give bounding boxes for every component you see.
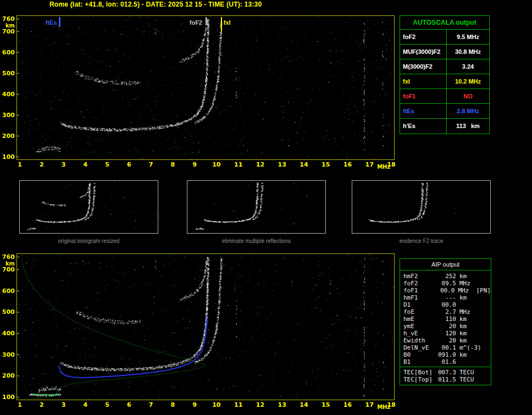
aip-unit [459,301,477,308]
aip-unit: km [459,337,477,344]
aip-unit: TECU [459,369,477,376]
aip-unit: TECU [459,376,477,383]
aip-row-hmF1: hmF1---km [403,294,491,301]
autoscala-param-value: NO [447,89,489,103]
aip-rows: hmF2252kmfoF209.5MHzfoF100.0MHz[PN]hmF1-… [400,270,491,367]
aip-name: ymE [403,323,436,330]
autoscala-row-h'Es: h'Es113 km [400,119,489,134]
fof2-marker-line [206,17,207,25]
x-axis-tick-8: 8 [167,401,178,408]
aip-title: AIP output [400,259,491,270]
aip-extra [477,280,478,287]
aip-name: foF2 [403,280,436,287]
thumbnail-original-canvas [20,181,158,233]
x-axis-tick-3: 3 [58,161,69,168]
x-axis-tick-14: 14 [298,161,309,168]
x-axis-tick-3: 3 [58,401,69,408]
autoscala-row-fxI: fxI10.2 MHz [400,74,489,89]
aip-name: h_vE [403,330,436,337]
x-axis-tick-17: 17 [364,401,375,408]
aip-name: foE [403,308,436,316]
autoscala-row-foF2: foF29.5 MHz [400,30,489,45]
y-axis-tick-100: 100 [0,153,15,161]
aip-unit: MHz [459,308,477,316]
x-axis-tick-14: 14 [298,401,309,408]
aip-value: 091.0 [436,351,459,358]
fof2-marker-label: foF2 [185,19,202,26]
x-axis-tick-5: 5 [102,161,113,168]
autoscala-title: AUTOSCALA output [400,16,489,30]
aip-row-TEC[Bot]: TEC[Bot]007.3TECU [403,369,491,376]
aip-extra [477,294,478,301]
aip-name: B0 [403,351,436,358]
y-axis-tick-700: 700 [0,28,15,35]
x-axis-tick-10: 10 [211,401,222,408]
aip-name: B1 [403,358,436,366]
fxi-marker-label: fxI [224,19,231,26]
aip-value: 09.5 [436,280,459,287]
aip-name: hmF1 [403,294,436,301]
aip-name: foF1 [403,287,435,294]
y-axis-tick-600: 600 [0,49,15,56]
y-axis-tick-600: 600 [0,287,15,295]
aip-row-DelN_vE: DelN_vE00.1m^(-3) [403,344,491,351]
aip-value: 011.5 [436,376,459,383]
aip-extra [477,351,478,358]
thumbnail-caption-original: original ionogram resized [19,238,158,244]
autoscala-param-name: fxI [400,74,447,88]
aip-unit: m^(-3) [459,344,477,351]
aip-unit: km [459,316,477,323]
thumbnail-no-multiple-reflections [187,180,326,234]
aip-row-B1: B101.6 [403,358,491,366]
aip-value: 01.6 [436,358,459,366]
aip-value: 20 [436,337,459,344]
y-axis-tick-300: 300 [0,112,15,119]
y-axis-tick-760: 760 [0,15,15,23]
aip-row-hmE: hmE110km [403,316,491,323]
x-axis-tick-11: 11 [233,401,244,408]
x-axis-tick-6: 6 [124,161,135,168]
aip-unit: MHz [459,280,477,287]
ftes-marker-line [59,17,60,27]
autoscala-row-MUF(3000)F2: MUF(3000)F230.8 MHz [400,45,489,59]
thumbnail-original-ionogram [19,180,158,234]
aip-value: 2.7 [436,308,459,316]
x-axis-tick-7: 7 [146,401,157,408]
aip-extra [477,273,478,280]
aip-value: --- [436,294,459,301]
autoscala-param-value: 30.8 MHz [447,45,489,59]
y-axis-tick-400: 400 [0,91,15,98]
aip-row-Ewidth: Ewidth20km [403,337,491,344]
autoscala-param-value: 113 km [447,119,489,134]
aip-value: 20 [436,323,459,330]
scaled-ionogram-plot: ftEs foF2 fxI [16,15,395,160]
x-axis-tick-6: 6 [124,401,135,408]
y-axis-tick-500: 500 [0,70,15,77]
aip-name: DelN_vE [403,344,436,351]
thumbnail-caption-f2-trace: evidence F2 trace [352,238,491,244]
aip-tec-rows: TEC[Bot]007.3TECUTEC[Top]011.5TECU [400,367,491,385]
autoscala-param-value: 9.5 MHz [447,30,489,44]
aip-value: 00.1 [436,344,459,351]
autoscala-param-name: h'Es [400,119,447,134]
aip-value: 00.0 [436,301,459,308]
aip-extra [477,358,478,366]
x-axis-tick-15: 15 [320,401,331,408]
thumbnail-caption-no-multiples: eliminate multiple reflections [187,238,326,244]
x-axis-tick-12: 12 [254,161,265,168]
aip-row-hmF2: hmF2252km [403,273,491,280]
x-axis-tick-16: 16 [342,401,353,408]
aip-extra [477,301,478,308]
x-axis-tick-1: 1 [14,161,25,168]
y-axis-tick-500: 500 [0,308,15,316]
y-axis-tick-400: 400 [0,330,15,337]
aip-name: hmE [403,316,436,323]
thumbnail-f2-trace [352,180,491,234]
x-axis-tick-8: 8 [167,161,178,168]
autoscala-param-name: ftEs [400,104,447,118]
autoscala-row-M(3000)F2: M(3000)F23.24 [400,59,489,74]
x-axis-tick-10: 10 [211,161,222,168]
x-axis-tick-13: 13 [276,161,287,168]
aip-output-panel: AIP output hmF2252kmfoF209.5MHzfoF100.0M… [400,258,491,385]
y-axis-tick-700: 700 [0,266,15,273]
